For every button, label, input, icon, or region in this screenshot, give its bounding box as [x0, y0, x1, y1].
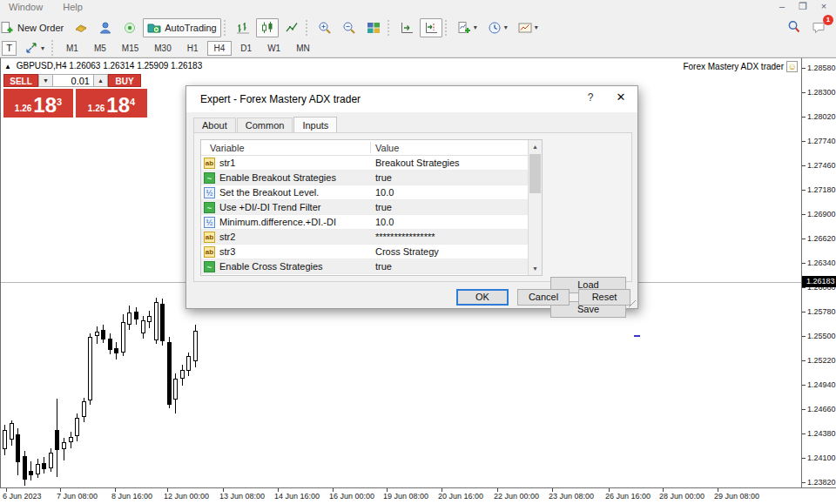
- param-name: str3: [219, 246, 235, 257]
- objects-tool-button[interactable]: ▾: [20, 38, 49, 57]
- new-order-button[interactable]: New Order: [0, 18, 68, 37]
- price-tick: [802, 214, 806, 215]
- signals-button[interactable]: [118, 18, 141, 37]
- bull-candle: [75, 418, 79, 436]
- ask-price-display[interactable]: 1.26 18 4: [76, 89, 147, 118]
- search-button[interactable]: [783, 17, 806, 37]
- panel-collapse-icon[interactable]: ▲: [4, 63, 11, 71]
- ea-smiley-icon[interactable]: ☺: [786, 61, 798, 72]
- autotrading-button[interactable]: AutoTrading: [143, 18, 221, 37]
- text-tool-button[interactable]: T: [2, 41, 17, 56]
- param-row[interactable]: ~Enable Cross Strategiestrue: [201, 259, 528, 274]
- timeframe-D1[interactable]: D1: [233, 41, 259, 56]
- timeframe-M15[interactable]: M15: [115, 41, 145, 56]
- timeframe-M5[interactable]: M5: [87, 41, 113, 56]
- timeframe-H4[interactable]: H4: [207, 41, 233, 56]
- objects-dropdown-caret[interactable]: ▾: [41, 44, 44, 52]
- notifications-button[interactable]: 1: [807, 17, 830, 37]
- tile-windows-button[interactable]: [362, 18, 385, 37]
- bull-candle: [173, 379, 178, 400]
- line-chart-mode-button[interactable]: [280, 18, 303, 37]
- bear-candle: [101, 330, 105, 339]
- sell-button[interactable]: SELL: [3, 74, 38, 87]
- bull-candle: [193, 331, 198, 361]
- auto-scroll-button[interactable]: [395, 18, 418, 37]
- table-scrollbar[interactable]: ▲ ▼: [528, 140, 542, 275]
- menu-help[interactable]: Help: [54, 0, 91, 12]
- timeframe-M1[interactable]: M1: [59, 41, 85, 56]
- price-label: 1.27460: [807, 161, 836, 170]
- param-row[interactable]: abstr3Cross Strategy: [201, 245, 528, 259]
- dialog-help-button[interactable]: ?: [582, 91, 599, 107]
- window-close-button[interactable]: ×: [813, 0, 834, 15]
- column-divider[interactable]: [370, 142, 371, 153]
- time-scale[interactable]: 6 Jun 20237 Jun 08:008 Jun 16:0012 Jun 0…: [0, 487, 836, 504]
- dialog-close-button[interactable]: ✕: [611, 91, 630, 108]
- price-tick: [802, 312, 806, 312]
- param-value: ****************: [375, 232, 435, 242]
- cancel-button[interactable]: Cancel: [517, 289, 570, 306]
- window-restore-button[interactable]: ❐: [792, 0, 813, 15]
- volume-decrease-button[interactable]: ▼: [38, 74, 53, 87]
- window-minimize-button[interactable]: –: [772, 0, 792, 15]
- chart-shift-icon: [424, 21, 438, 35]
- chart-shift-button[interactable]: [420, 18, 442, 37]
- timeframe-W1[interactable]: W1: [260, 41, 287, 56]
- timeframe-M30[interactable]: M30: [147, 41, 178, 56]
- buy-button[interactable]: BUY: [108, 74, 141, 87]
- volume-increase-button[interactable]: ▲: [93, 74, 108, 87]
- scrollbar-thumb[interactable]: [529, 154, 541, 193]
- price-tick: [802, 287, 806, 288]
- templates-dropdown-caret[interactable]: ▾: [535, 24, 538, 31]
- bull-candle: [62, 442, 66, 449]
- param-row[interactable]: ~Use +DI/-DI Trend Filtertrue: [201, 200, 528, 215]
- scroll-up-icon[interactable]: ▲: [529, 140, 542, 153]
- reset-button[interactable]: Reset: [578, 289, 630, 306]
- volume-input[interactable]: [53, 74, 93, 87]
- price-tick: [802, 385, 806, 386]
- bear-candle: [29, 471, 33, 475]
- new-order-label: New Order: [17, 23, 64, 33]
- indicators-dropdown-caret[interactable]: ▾: [474, 24, 477, 31]
- bid-price-display[interactable]: 1.26 18 3: [3, 89, 73, 118]
- tab-inputs[interactable]: Inputs: [293, 117, 337, 132]
- param-name: Use +DI/-DI Trend Filter: [219, 202, 320, 212]
- periods-button[interactable]: ▾: [483, 18, 512, 37]
- param-row[interactable]: ½Minimum.difference.+DI.-DI10.0: [201, 215, 528, 230]
- autotrading-icon: [147, 21, 161, 35]
- price-scale[interactable]: 1.26183 1.285801.283001.280201.277401.27…: [801, 57, 836, 487]
- menu-window[interactable]: Window: [0, 0, 51, 12]
- templates-button[interactable]: ▾: [514, 18, 543, 37]
- deposit-button[interactable]: [70, 18, 92, 37]
- param-table-body: abstr1Breakout Strategies~Enable Breakou…: [201, 156, 528, 275]
- bear-candle: [23, 456, 27, 480]
- periods-dropdown-caret[interactable]: ▾: [504, 24, 508, 31]
- dialog-title-bar[interactable]: Expert - Forex Mastery ADX trader ? ✕: [186, 86, 637, 112]
- zoom-out-button[interactable]: [338, 18, 361, 37]
- indicators-button[interactable]: ▾: [453, 18, 482, 37]
- toolbar-separator: [306, 20, 309, 36]
- tab-about[interactable]: About: [193, 118, 236, 132]
- bar-chart-mode-button[interactable]: [232, 18, 254, 37]
- param-row[interactable]: abstr2****************: [201, 230, 528, 245]
- scroll-down-icon[interactable]: ▼: [529, 262, 542, 275]
- bear-candle: [55, 430, 59, 450]
- param-row[interactable]: ½Set the Breakout Level.10.0: [201, 185, 528, 200]
- price-label: 1.28020: [807, 112, 836, 121]
- bull-candle: [141, 320, 145, 333]
- candlestick-mode-button[interactable]: [256, 18, 279, 37]
- param-row[interactable]: ~Enable Breakout Strategiestrue: [201, 171, 528, 185]
- param-row[interactable]: abstr1Breakout Strategies: [201, 156, 528, 171]
- zoom-in-button[interactable]: [314, 18, 336, 37]
- tab-common[interactable]: Common: [237, 118, 293, 132]
- bear-candle: [134, 312, 138, 319]
- timeframe-MN[interactable]: MN: [289, 41, 317, 56]
- timeframe-H1[interactable]: H1: [180, 41, 206, 56]
- price-tick: [802, 482, 806, 483]
- community-button[interactable]: [94, 18, 117, 37]
- price-label: 1.26900: [807, 210, 836, 218]
- time-label: 26 Jun 16:00: [605, 492, 651, 501]
- dialog-resize-grip[interactable]: [629, 300, 636, 307]
- ok-button[interactable]: OK: [456, 289, 509, 306]
- time-label: 7 Jun 08:00: [57, 492, 98, 501]
